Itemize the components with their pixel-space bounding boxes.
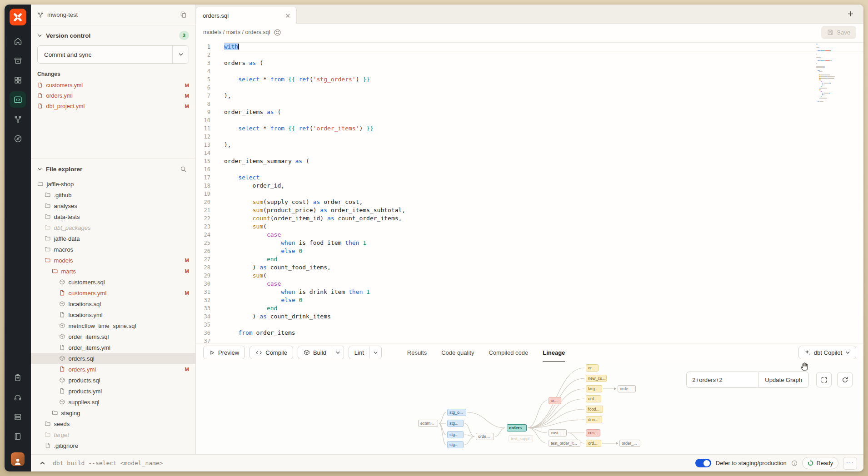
code-line[interactable] (224, 337, 863, 343)
chevron-up-icon[interactable] (37, 458, 47, 468)
lineage-node-cust[interactable]: cust... (549, 429, 567, 436)
lineage-selector-input[interactable] (686, 372, 758, 388)
lineage-node-testsup[interactable]: test_suppl... (509, 435, 533, 442)
code-line[interactable]: end (224, 304, 863, 312)
code-line[interactable]: when is_food_item then 1 (224, 239, 863, 247)
tree-item-target[interactable]: target (31, 429, 195, 440)
lineage-node-stg1[interactable]: stg_o... (447, 409, 466, 416)
code-content[interactable]: withorders as ( select * from {{ ref('st… (218, 41, 863, 343)
tree-item-products.sql[interactable]: products.sql (31, 375, 195, 386)
lineage-node-orders[interactable]: orders (507, 424, 527, 431)
tree-item-customers.yml[interactable]: customers.ymlM (31, 288, 195, 298)
tree-item-supplies.sql[interactable]: supplies.sql (31, 397, 195, 407)
lineage-node-drin[interactable]: drin... (586, 416, 602, 423)
code-line[interactable]: sum( (224, 272, 863, 280)
user-avatar[interactable] (11, 452, 25, 466)
lineage-node-ory[interactable]: or... (586, 364, 599, 372)
database-icon[interactable] (10, 409, 26, 425)
git-fork-icon[interactable] (10, 111, 26, 127)
lineage-node-orpink[interactable]: or... (549, 397, 561, 404)
code-line[interactable] (224, 149, 863, 157)
changed-file-dbt_project.yml[interactable]: dbt_project.ymlM (37, 101, 189, 111)
tree-item-locations.sql[interactable]: locations.sql (31, 298, 195, 309)
code-line[interactable]: case (224, 231, 863, 239)
more-options-button[interactable]: ··· (843, 457, 857, 470)
code-line[interactable]: order_items_summary as ( (224, 157, 863, 165)
minimap[interactable] (816, 44, 858, 340)
code-line[interactable]: select * from {{ ref('stg_orders') }} (224, 75, 863, 84)
commit-and-sync-button[interactable]: Commit and sync (37, 45, 189, 64)
code-line[interactable] (224, 67, 863, 75)
code-line[interactable]: else 0 (224, 296, 863, 304)
update-graph-button[interactable]: Update Graph (758, 372, 809, 388)
code-line[interactable]: ), (224, 92, 863, 100)
lineage-node-stg2[interactable]: stg... (447, 420, 464, 427)
lineage-node-ecom[interactable]: ecom... (418, 420, 438, 427)
branch-name[interactable]: mwong-test (47, 11, 78, 18)
code-line[interactable]: order_id, (224, 182, 863, 190)
defer-toggle[interactable] (695, 459, 711, 467)
compile-button[interactable]: Compile (249, 346, 293, 359)
explore-icon[interactable] (10, 130, 26, 147)
tree-item-metricflow_time_spine.sql[interactable]: metricflow_time_spine.sql (31, 320, 195, 331)
preview-button[interactable]: Preview (203, 346, 245, 359)
home-icon[interactable] (10, 33, 26, 49)
code-line[interactable] (224, 100, 863, 108)
code-line[interactable]: ) as count_food_items, (224, 263, 863, 272)
tab-results[interactable]: Results (407, 343, 427, 362)
lineage-node-ord2[interactable]: ord... (586, 440, 601, 447)
tree-item-marts[interactable]: martsM (31, 266, 195, 277)
code-line[interactable]: order_items as ( (224, 108, 863, 116)
code-line[interactable] (224, 165, 863, 174)
lineage-node-ordright[interactable]: orde... (618, 385, 636, 392)
lineage-node-food[interactable]: food... (586, 406, 603, 413)
code-line[interactable]: from order_items (224, 329, 863, 337)
code-line[interactable] (224, 84, 863, 92)
tree-item-locations.yml[interactable]: locations.yml (31, 309, 195, 320)
code-line[interactable]: case (224, 280, 863, 288)
new-tab-button[interactable] (844, 8, 856, 20)
lineage-node-testorder[interactable]: test_order_it... (549, 440, 580, 447)
tree-item-analyses[interactable]: analyses (31, 200, 195, 211)
tree-item-jaffle-shop[interactable]: jaffle-shop (31, 178, 195, 189)
tree-item-jaffle-data[interactable]: jaffle-data (31, 233, 195, 244)
save-button[interactable]: Save (821, 26, 856, 39)
code-line[interactable]: select (224, 174, 863, 182)
code-editor[interactable]: 1234567891011121314151617181920212223242… (196, 41, 863, 343)
lineage-node-orderright[interactable]: order_... (619, 440, 640, 447)
code-line[interactable]: ), (224, 141, 863, 149)
refresh-icon[interactable] (837, 372, 853, 387)
code-line[interactable] (224, 133, 863, 141)
support-icon[interactable] (10, 389, 26, 406)
tree-item-.gitignore[interactable]: .gitignore (31, 440, 195, 451)
file-explorer-header[interactable]: File explorer (31, 163, 195, 175)
tree-item-seeds[interactable]: seeds (31, 418, 195, 429)
build-options-button[interactable] (332, 346, 344, 359)
build-button[interactable]: Build (298, 346, 332, 359)
fullscreen-icon[interactable] (816, 372, 832, 387)
tree-item-products.yml[interactable]: products.yml (31, 386, 195, 397)
commit-options-chevron-icon[interactable] (172, 46, 189, 63)
lineage-panel[interactable]: ecom...stg_o...stg...stg...stg...orde...… (196, 362, 863, 454)
lint-button[interactable]: Lint (349, 346, 369, 359)
command-input[interactable]: dbt build --select <model_name> (53, 460, 163, 466)
lineage-node-stg4[interactable]: stg... (447, 441, 464, 448)
info-icon[interactable] (791, 460, 798, 466)
code-line[interactable]: with (224, 43, 863, 51)
tab-orders-sql[interactable]: orders.sql (196, 7, 297, 24)
changed-file-customers.yml[interactable]: customers.ymlM (37, 80, 189, 90)
tab-lineage[interactable]: Lineage (543, 343, 565, 362)
lint-options-button[interactable] (369, 346, 381, 359)
code-line[interactable]: sum(supply_cost) as order_cost, (224, 198, 863, 206)
copy-icon[interactable] (177, 9, 189, 21)
version-control-header[interactable]: Version control 3 (37, 31, 189, 40)
tab-compiled-code[interactable]: Compiled code (489, 343, 528, 362)
code-line[interactable] (224, 51, 863, 59)
code-line[interactable]: ) as count_drink_items (224, 312, 863, 321)
tree-item-data-tests[interactable]: data-tests (31, 211, 195, 222)
tree-item-.github[interactable]: .github (31, 189, 195, 200)
code-line[interactable] (224, 116, 863, 124)
lineage-node-larg[interactable]: larg... (586, 385, 602, 392)
tree-item-models[interactable]: modelsM (31, 255, 195, 266)
code-editor-icon[interactable] (10, 91, 26, 108)
